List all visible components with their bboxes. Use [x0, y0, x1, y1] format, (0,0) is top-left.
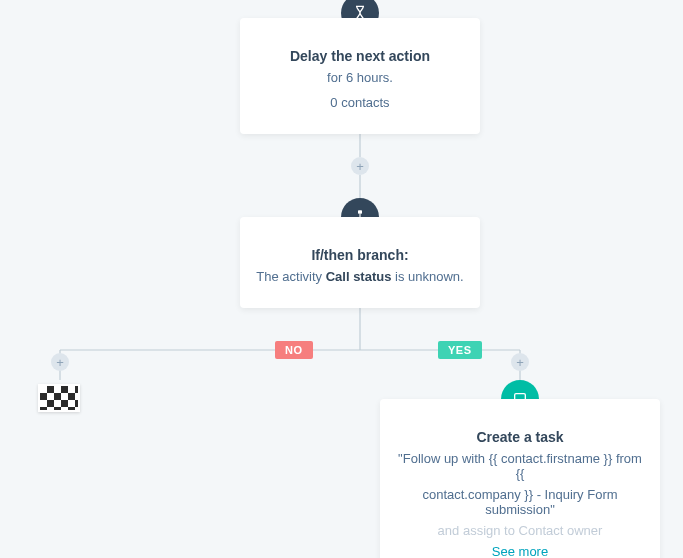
delay-contacts: 0 contacts — [256, 95, 464, 110]
branch-title: If/then branch: — [256, 247, 464, 263]
add-step-yes-branch-button[interactable]: + — [511, 353, 529, 371]
create-task-card[interactable]: Create a task "Follow up with {{ contact… — [380, 399, 660, 558]
add-step-no-branch-button[interactable]: + — [51, 353, 69, 371]
delay-action-card[interactable]: Delay the next action for 6 hours. 0 con… — [240, 18, 480, 134]
delay-duration: for 6 hours. — [256, 70, 464, 85]
branch-no-label: NO — [275, 341, 313, 359]
if-then-branch-card[interactable]: If/then branch: The activity Call status… — [240, 217, 480, 308]
task-body-line1: "Follow up with {{ contact.firstname }} … — [396, 451, 644, 481]
see-more-link[interactable]: See more — [396, 544, 644, 558]
task-body-line2: contact.company }} - Inquiry Form submis… — [396, 487, 644, 517]
svg-rect-7 — [358, 210, 362, 213]
task-title: Create a task — [396, 429, 644, 445]
workflow-end-marker — [38, 384, 80, 412]
add-step-button[interactable]: + — [351, 157, 369, 175]
delay-title: Delay the next action — [256, 48, 464, 64]
task-body-line3: and assign to Contact owner — [396, 523, 644, 538]
branch-condition: The activity Call status is unknown. — [256, 269, 464, 284]
branch-yes-label: YES — [438, 341, 482, 359]
